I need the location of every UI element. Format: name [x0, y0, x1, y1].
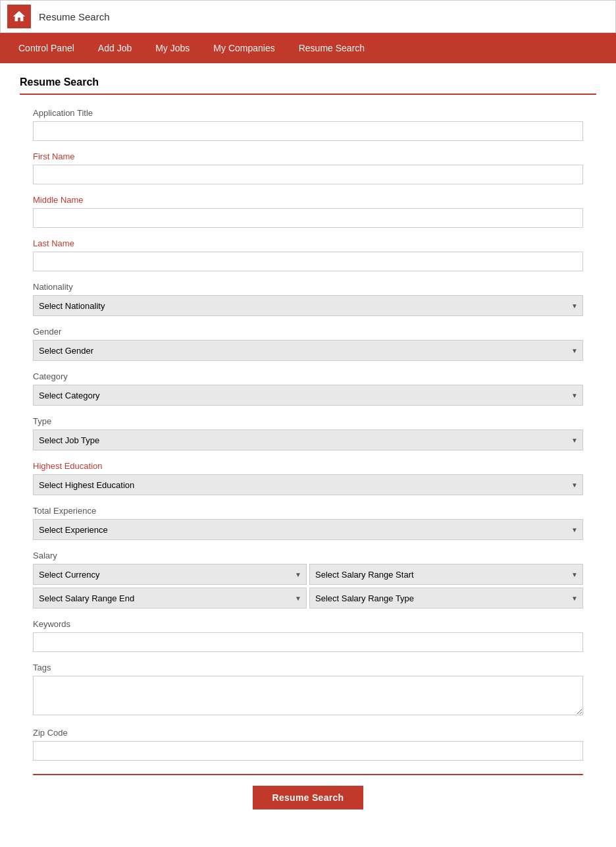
form-section: Application Title First Name Middle Name… — [20, 108, 596, 823]
total-experience-group: Total Experience Select Experience — [33, 506, 583, 540]
highest-education-label: Highest Education — [33, 461, 583, 471]
nationality-select-wrapper: Select Nationality — [33, 295, 583, 316]
salary-range-end-select[interactable]: Select Salary Range End — [33, 587, 307, 609]
category-select-wrapper: Select Category — [33, 385, 583, 406]
header-bar: Resume Search — [0, 0, 616, 33]
salary-range-type-select[interactable]: Select Salary Range Type — [309, 587, 583, 609]
highest-education-group: Highest Education Select Highest Educati… — [33, 461, 583, 495]
zip-code-input[interactable] — [33, 741, 583, 761]
salary-grid: Select Currency Select Salary Range Star… — [33, 564, 583, 609]
first-name-input[interactable] — [33, 165, 583, 184]
nav-my-companies[interactable]: My Companies — [201, 33, 286, 63]
middle-name-label: Middle Name — [33, 195, 583, 205]
last-name-input[interactable] — [33, 252, 583, 271]
type-label: Type — [33, 416, 583, 426]
type-select-wrapper: Select Job Type — [33, 429, 583, 451]
gender-group: Gender Select Gender — [33, 327, 583, 361]
middle-name-group: Middle Name — [33, 195, 583, 228]
total-experience-select-wrapper: Select Experience — [33, 519, 583, 540]
highest-education-select[interactable]: Select Highest Education — [33, 474, 583, 495]
first-name-label: First Name — [33, 151, 583, 161]
keywords-group: Keywords — [33, 619, 583, 652]
last-name-group: Last Name — [33, 238, 583, 271]
salary-label: Salary — [33, 551, 583, 560]
resume-search-button[interactable]: Resume Search — [253, 786, 364, 809]
highest-education-select-wrapper: Select Highest Education — [33, 474, 583, 495]
category-label: Category — [33, 371, 583, 381]
salary-range-end-select-wrapper: Select Salary Range End — [33, 587, 307, 609]
keywords-label: Keywords — [33, 619, 583, 629]
type-select[interactable]: Select Job Type — [33, 429, 583, 451]
bottom-divider — [33, 774, 583, 775]
home-icon[interactable] — [7, 5, 31, 28]
type-group: Type Select Job Type — [33, 416, 583, 451]
tags-group: Tags — [33, 663, 583, 717]
nav-add-job[interactable]: Add Job — [86, 33, 143, 63]
nav-bar: Control Panel Add Job My Jobs My Compani… — [0, 33, 616, 63]
gender-select-wrapper: Select Gender — [33, 340, 583, 361]
salary-range-start-select-wrapper: Select Salary Range Start — [309, 564, 583, 585]
salary-group: Salary Select Currency Select Salary Ran… — [33, 551, 583, 609]
application-title-group: Application Title — [33, 108, 583, 141]
middle-name-input[interactable] — [33, 208, 583, 228]
zip-code-label: Zip Code — [33, 728, 583, 738]
keywords-input[interactable] — [33, 632, 583, 652]
salary-range-type-select-wrapper: Select Salary Range Type — [309, 587, 583, 609]
page-content: Resume Search Application Title First Na… — [0, 63, 616, 842]
first-name-group: First Name — [33, 151, 583, 184]
tags-label: Tags — [33, 663, 583, 672]
total-experience-label: Total Experience — [33, 506, 583, 516]
gender-label: Gender — [33, 327, 583, 337]
currency-select[interactable]: Select Currency — [33, 564, 307, 585]
submit-area: Resume Search — [33, 786, 583, 823]
currency-select-wrapper: Select Currency — [33, 564, 307, 585]
total-experience-select[interactable]: Select Experience — [33, 519, 583, 540]
header-title: Resume Search — [39, 11, 110, 22]
last-name-label: Last Name — [33, 238, 583, 248]
nationality-select[interactable]: Select Nationality — [33, 295, 583, 316]
zip-code-group: Zip Code — [33, 728, 583, 761]
tags-textarea[interactable] — [33, 676, 583, 715]
gender-select[interactable]: Select Gender — [33, 340, 583, 361]
nationality-group: Nationality Select Nationality — [33, 282, 583, 316]
category-select[interactable]: Select Category — [33, 385, 583, 406]
application-title-input[interactable] — [33, 121, 583, 141]
category-group: Category Select Category — [33, 371, 583, 406]
page-title: Resume Search — [20, 76, 596, 95]
nav-resume-search[interactable]: Resume Search — [287, 33, 376, 63]
nav-my-jobs[interactable]: My Jobs — [143, 33, 201, 63]
nationality-label: Nationality — [33, 282, 583, 292]
salary-range-start-select[interactable]: Select Salary Range Start — [309, 564, 583, 585]
application-title-label: Application Title — [33, 108, 583, 118]
nav-control-panel[interactable]: Control Panel — [7, 33, 86, 63]
